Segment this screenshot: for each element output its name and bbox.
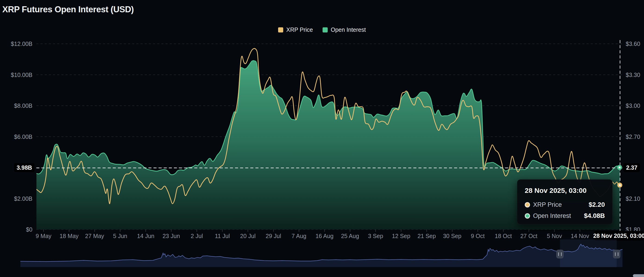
- xrp-price-last-point-marker: [618, 183, 622, 187]
- crosshair-oi-value-badge: 3.98B: [14, 163, 34, 172]
- open-interest-swatch-icon: [322, 27, 328, 33]
- tooltip-series-value: $2.20: [589, 201, 605, 208]
- x-axis-label: 27 Oct: [520, 233, 538, 239]
- page-title: XRP Futures Open Interest (USD): [2, 5, 134, 14]
- tooltip-row-open-interest: Open Interest $4.08B: [525, 212, 605, 219]
- legend-item-open-interest[interactable]: Open Interest: [322, 27, 366, 33]
- x-axis-label: 20 Jul: [240, 233, 256, 239]
- x-axis-label: 11 Jul: [215, 233, 230, 239]
- y-axis-label-left: $8.00B: [7, 102, 32, 109]
- x-axis-label: 2 Jul: [190, 233, 203, 239]
- x-axis-label: 9 Oct: [471, 233, 485, 239]
- crosshair-date-badge: 28 Nov 2025, 03:00: [594, 231, 644, 241]
- navigator-selection-window[interactable]: [560, 239, 617, 267]
- x-axis-label: 29 Jul: [266, 233, 281, 239]
- drag-handle-icon: [558, 252, 562, 256]
- legend: XRP Price Open Interest: [0, 27, 644, 33]
- open-interest-dot-icon: [525, 213, 530, 219]
- x-axis-label: 25 Aug: [341, 233, 359, 239]
- x-axis-label: 14 Nov: [571, 233, 589, 239]
- tooltip-timestamp: 28 Nov 2025, 03:00: [525, 187, 605, 194]
- x-axis-label: 23 Jun: [162, 233, 180, 239]
- x-axis-label: 7 Aug: [292, 233, 306, 239]
- y-axis-label-right: $3.00: [626, 102, 640, 109]
- navigator-left-handle[interactable]: [556, 250, 564, 258]
- y-axis-label-right: $3.60: [626, 41, 640, 47]
- x-axis-label: 18 May: [60, 233, 78, 239]
- x-axis-label: 12 Sep: [392, 233, 410, 239]
- y-axis-label-left: $0: [7, 226, 32, 233]
- x-axis-label: 5 Nov: [547, 233, 562, 239]
- y-axis-label-left: $10.00B: [7, 71, 32, 78]
- x-axis-label: 30 Sep: [443, 233, 461, 239]
- x-axis-label: 3 Sep: [368, 233, 383, 239]
- drag-handle-icon: [615, 252, 618, 256]
- y-axis-label-right: $2.10: [626, 195, 640, 202]
- tooltip-row-xrp-price: XRP Price $2.20: [525, 201, 605, 208]
- x-axis-label: 16 Aug: [316, 233, 334, 239]
- hover-tooltip: 28 Nov 2025, 03:00 XRP Price $2.20 Open …: [517, 179, 612, 224]
- xrp-price-swatch-icon: [278, 27, 283, 33]
- x-axis-label: 27 May: [85, 233, 104, 239]
- x-axis-label: 5 Jun: [113, 233, 127, 239]
- crosshair-price-value-badge: 2.37: [624, 163, 640, 172]
- open-interest-last-point-marker: [618, 166, 621, 169]
- y-axis-label-left: $6.00B: [7, 133, 32, 140]
- tooltip-series-name: XRP Price: [533, 201, 562, 208]
- x-axis-label: 18 Oct: [495, 233, 512, 239]
- tooltip-series-value: $4.08B: [584, 212, 605, 219]
- legend-label: XRP Price: [286, 27, 313, 33]
- legend-item-xrp-price[interactable]: XRP Price: [278, 27, 313, 33]
- x-axis-label: 14 Jun: [137, 233, 154, 239]
- y-axis-label-left: $12.00B: [7, 41, 32, 47]
- x-axis-label: 9 May: [36, 233, 52, 239]
- y-axis-label-right: $2.70: [626, 133, 640, 140]
- x-axis-label: 21 Sep: [418, 233, 436, 239]
- y-axis-label-left: $2.00B: [7, 195, 32, 202]
- y-axis-label-right: $3.30: [626, 71, 640, 78]
- tooltip-series-name: Open Interest: [533, 212, 571, 219]
- horizontal-scrollbar-thumb[interactable]: [633, 274, 644, 277]
- legend-label: Open Interest: [331, 27, 366, 33]
- navigator-right-handle[interactable]: [613, 250, 620, 258]
- xrp-price-dot-icon: [525, 202, 530, 207]
